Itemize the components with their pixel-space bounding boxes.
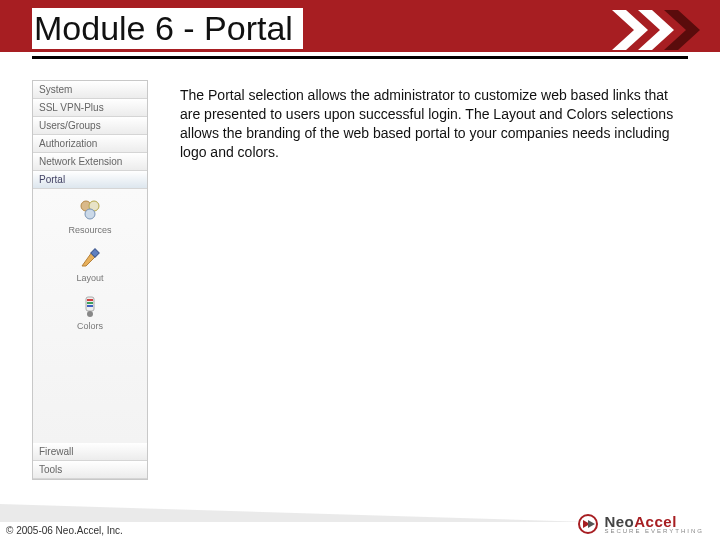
sidebar-item-firewall[interactable]: Firewall <box>33 443 147 461</box>
slide-header: Module 6 - Portal <box>0 0 720 72</box>
sidebar-item-label: System <box>39 84 72 95</box>
sidebar-item-label: Firewall <box>39 446 73 457</box>
sidebar-item-network-extension[interactable]: Network Extension <box>33 153 147 171</box>
arrows-icon <box>612 6 702 54</box>
copyright-text: © 2005-06 Neo.Accel, Inc. <box>6 525 123 536</box>
svg-point-11 <box>87 311 93 317</box>
sidebar-item-label: Tools <box>39 464 62 475</box>
svg-rect-10 <box>87 305 93 307</box>
layout-icon <box>77 245 103 271</box>
colors-icon <box>77 293 103 319</box>
content-area: System SSL VPN-Plus Users/Groups Authori… <box>32 80 688 480</box>
sidebar-item-portal[interactable]: Portal <box>33 171 147 189</box>
sidebar-item-tools[interactable]: Tools <box>33 461 147 479</box>
sidebar-bottom-group: Firewall Tools <box>33 443 147 479</box>
body-text: The Portal selection allows the administ… <box>180 80 688 480</box>
logo-text-block: NeoAccel SECURE EVERYTHING <box>604 513 704 534</box>
sidebar-item-label: Users/Groups <box>39 120 101 131</box>
sidebar-item-usersgroups[interactable]: Users/Groups <box>33 117 147 135</box>
sidebar-item-label: Authorization <box>39 138 97 149</box>
portal-entry-resources[interactable]: Resources <box>68 197 111 235</box>
slide-footer: © 2005-06 Neo.Accel, Inc. NeoAccel SECUR… <box>0 500 720 540</box>
sidebar-item-authorization[interactable]: Authorization <box>33 135 147 153</box>
portal-entry-label: Colors <box>77 321 103 331</box>
portal-entry-label: Resources <box>68 225 111 235</box>
svg-marker-14 <box>588 520 595 528</box>
footer-logo: NeoAccel SECURE EVERYTHING <box>578 513 704 534</box>
sidebar-item-label: SSL VPN-Plus <box>39 102 104 113</box>
svg-rect-9 <box>87 302 93 304</box>
svg-marker-0 <box>612 10 648 50</box>
logo-tagline: SECURE EVERYTHING <box>604 528 704 534</box>
logo-mark-icon <box>578 514 598 534</box>
sidebar-panel: System SSL VPN-Plus Users/Groups Authori… <box>32 80 148 480</box>
portal-entry-label: Layout <box>76 273 103 283</box>
svg-rect-8 <box>87 299 93 301</box>
portal-entry-layout[interactable]: Layout <box>76 245 103 283</box>
sidebar-item-sslvpn[interactable]: SSL VPN-Plus <box>33 99 147 117</box>
svg-point-5 <box>85 209 95 219</box>
resources-icon <box>77 197 103 223</box>
sidebar-item-label: Portal <box>39 174 65 185</box>
portal-entry-colors[interactable]: Colors <box>77 293 103 331</box>
title-underline <box>32 56 688 59</box>
sidebar-item-system[interactable]: System <box>33 81 147 99</box>
slide-title: Module 6 - Portal <box>32 8 303 49</box>
sidebar-item-label: Network Extension <box>39 156 122 167</box>
portal-subsection: Resources Layout Colors <box>33 189 147 443</box>
